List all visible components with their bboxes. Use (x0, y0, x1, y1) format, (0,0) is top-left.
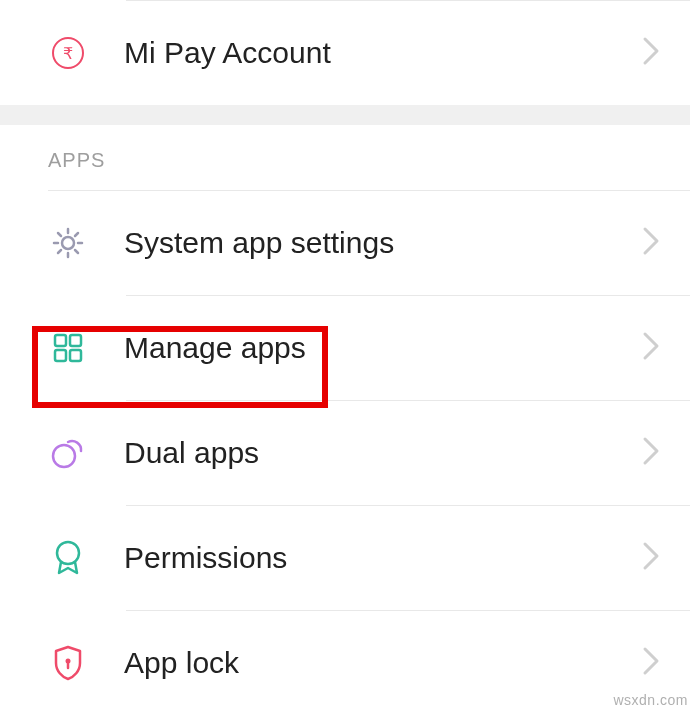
svg-text:₹: ₹ (63, 45, 73, 62)
chevron-right-icon (642, 36, 660, 70)
system-app-settings-label: System app settings (124, 226, 642, 260)
chevron-right-icon (642, 646, 660, 680)
dual-circles-icon (48, 433, 88, 473)
watermark: wsxdn.com (613, 692, 688, 708)
chevron-right-icon (642, 436, 660, 470)
dual-apps-row[interactable]: Dual apps (0, 401, 690, 505)
chevron-right-icon (642, 226, 660, 260)
svg-rect-12 (70, 335, 81, 346)
svg-point-16 (57, 542, 79, 564)
apps-header: APPS (0, 125, 690, 190)
app-lock-row[interactable]: App lock (0, 611, 690, 712)
grid-icon (48, 328, 88, 368)
gear-icon (48, 223, 88, 263)
top-section: ₹ Mi Pay Account (0, 0, 690, 105)
chevron-right-icon (642, 331, 660, 365)
mi-pay-label: Mi Pay Account (124, 36, 642, 70)
permissions-label: Permissions (124, 541, 642, 575)
apps-section: APPS System app settings (0, 125, 690, 712)
chevron-right-icon (642, 541, 660, 575)
permissions-row[interactable]: Permissions (0, 506, 690, 610)
shield-lock-icon (48, 643, 88, 683)
svg-rect-13 (55, 350, 66, 361)
svg-point-2 (62, 237, 74, 249)
system-app-settings-row[interactable]: System app settings (0, 191, 690, 295)
svg-line-9 (75, 233, 78, 236)
app-lock-label: App lock (124, 646, 642, 680)
section-gap (0, 105, 690, 125)
svg-rect-14 (70, 350, 81, 361)
svg-rect-11 (55, 335, 66, 346)
svg-line-8 (75, 250, 78, 253)
badge-icon (48, 538, 88, 578)
svg-point-15 (53, 445, 75, 467)
svg-line-10 (58, 250, 61, 253)
mi-pay-account-row[interactable]: ₹ Mi Pay Account (0, 1, 690, 105)
rupee-icon: ₹ (48, 33, 88, 73)
manage-apps-label: Manage apps (124, 331, 642, 365)
dual-apps-label: Dual apps (124, 436, 642, 470)
svg-line-7 (58, 233, 61, 236)
manage-apps-row[interactable]: Manage apps (0, 296, 690, 400)
